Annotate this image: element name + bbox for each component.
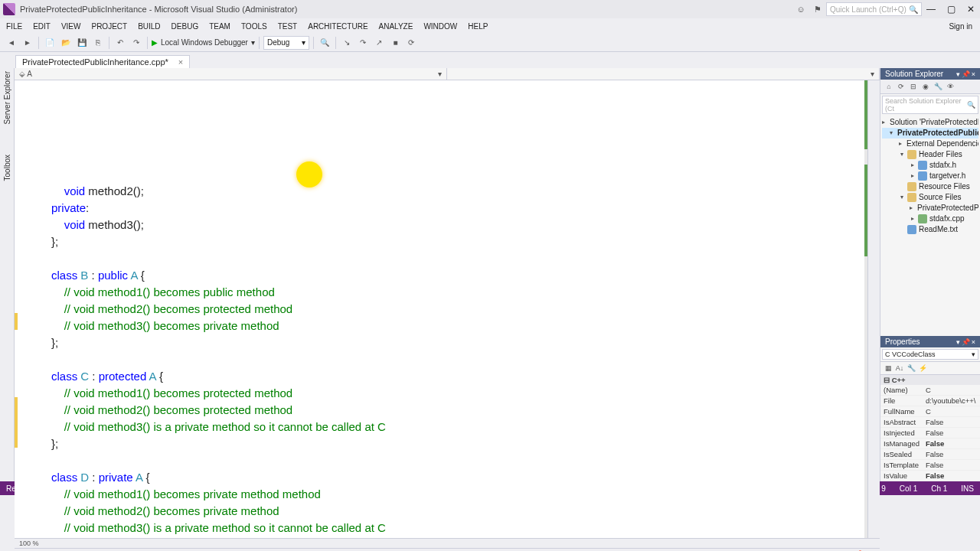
save-button[interactable]: 💾 — [75, 36, 89, 50]
quick-launch-input[interactable]: Quick Launch (Ctrl+Q) 🔍 — [826, 2, 922, 16]
toolbar: ◄ ► 📄 📂 💾 ⎘ ↶ ↷ ▶ Local Windows Debugger… — [0, 34, 980, 52]
step-into-button[interactable]: ↘ — [340, 36, 354, 50]
collapse-icon[interactable]: ⊟ — [908, 81, 919, 92]
panel-dropdown-icon[interactable]: ▾ — [956, 338, 960, 346]
refresh-icon[interactable]: ⟳ — [896, 81, 906, 92]
menu-window[interactable]: WINDOW — [423, 22, 457, 31]
categorized-icon[interactable]: ▦ — [883, 363, 893, 373]
menu-team[interactable]: TEAM — [209, 22, 230, 31]
alpha-icon[interactable]: A↓ — [894, 363, 905, 373]
editor-tab-active[interactable]: PrivateProtectedPublicInheritance.cpp* × — [15, 55, 190, 68]
editor-zoom-bar: 100 % — [15, 538, 880, 548]
vertical-scrollbar[interactable] — [867, 80, 880, 538]
highlight-cursor-icon — [296, 161, 322, 187]
solution-node[interactable]: Solution 'PrivateProtectedIP — [890, 117, 978, 128]
file-node[interactable]: targetver.h — [929, 171, 965, 181]
file-node[interactable]: ReadMe.txt — [919, 224, 958, 235]
chevron-down-icon: ▾ — [302, 38, 305, 47]
left-rail: Server Explorer Toolbox — [0, 68, 15, 481]
properties-title: Properties — [885, 337, 920, 346]
redo-button[interactable]: ↷ — [129, 36, 143, 50]
rail-toolbox[interactable]: Toolbox — [3, 155, 11, 181]
menu-edit[interactable]: EDIT — [33, 22, 51, 31]
file-node[interactable]: stdafx.h — [929, 160, 956, 171]
events-icon[interactable]: ⚡ — [917, 363, 928, 373]
source-files-node[interactable]: Source Files — [919, 192, 962, 203]
code-editor[interactable]: void method2();private: void method3();}… — [15, 80, 880, 538]
panel-close-icon[interactable]: × — [972, 70, 975, 78]
nav-back-button[interactable]: ◄ — [5, 36, 18, 50]
panel-dropdown-icon[interactable]: ▾ — [956, 70, 960, 78]
panel-pin-icon[interactable]: 📌 — [962, 338, 970, 346]
chevron-down-icon: ▾ — [251, 38, 255, 47]
menu-tools[interactable]: TOOLS — [241, 22, 267, 31]
find-button[interactable]: 🔍 — [318, 36, 332, 50]
props-object-select[interactable]: C VCCodeClass▾ — [882, 349, 978, 360]
config-select[interactable]: Debug ▾ — [263, 36, 309, 50]
nav-member-select[interactable]: ▾ — [447, 68, 880, 80]
properties-icon[interactable]: 🔧 — [933, 81, 943, 92]
play-icon: ▶ — [152, 38, 158, 47]
chevron-down-icon: ▾ — [972, 350, 975, 358]
show-all-icon[interactable]: ◉ — [920, 81, 931, 92]
nav-fwd-button[interactable]: ► — [21, 36, 34, 50]
menu-analyze[interactable]: ANALYZE — [379, 22, 413, 31]
maximize-button[interactable]: ▢ — [942, 4, 960, 15]
config-value: Debug — [267, 38, 289, 47]
project-node[interactable]: PrivateProtectedPublic — [897, 128, 978, 139]
home-icon[interactable]: ⌂ — [884, 81, 894, 92]
menu-test[interactable]: TEST — [278, 22, 298, 31]
menubar: FILE EDIT VIEW PROJECT BUILD DEBUG TEAM … — [0, 18, 980, 34]
open-button[interactable]: 📂 — [59, 36, 73, 50]
new-item-button[interactable]: 📄 — [43, 36, 57, 50]
search-icon: 🔍 — [967, 101, 975, 109]
tab-label: PrivateProtectedPublicInheritance.cpp* — [22, 57, 168, 67]
panel-pin-icon[interactable]: 📌 — [962, 70, 970, 78]
menu-build[interactable]: BUILD — [138, 22, 160, 31]
menu-debug[interactable]: DEBUG — [172, 22, 199, 31]
start-debug-button[interactable]: ▶ Local Windows Debugger ▾ — [152, 38, 255, 47]
change-marker — [15, 397, 18, 448]
step-out-button[interactable]: ↗ — [372, 36, 386, 50]
menu-view[interactable]: VIEW — [61, 22, 81, 31]
status-col: Col 1 — [900, 484, 917, 493]
menu-architecture[interactable]: ARCHITECTURE — [308, 22, 368, 31]
close-button[interactable]: ✕ — [962, 4, 980, 15]
preview-icon[interactable]: 👁 — [945, 81, 956, 92]
save-all-button[interactable]: ⎘ — [91, 36, 105, 50]
file-node[interactable]: PrivateProtectedP — [917, 203, 978, 214]
menu-help[interactable]: HELP — [468, 22, 488, 31]
menu-project[interactable]: PROJECT — [91, 22, 127, 31]
restart-button[interactable]: ⟳ — [404, 36, 418, 50]
sign-in-link[interactable]: Sign in — [949, 22, 972, 31]
right-change-margin — [864, 80, 867, 538]
menu-file[interactable]: FILE — [6, 22, 22, 31]
undo-button[interactable]: ↶ — [113, 36, 127, 50]
step-over-button[interactable]: ↷ — [356, 36, 370, 50]
properties-grid[interactable]: ⊟ C++ (Name)CFiled:\youtube\c++\FullName… — [880, 375, 980, 481]
resource-files-node[interactable]: Resource Files — [919, 181, 970, 192]
window-title: PrivateProtectedPublicInheritance - Micr… — [20, 5, 792, 14]
editor-navbar: ⬙ A▾ ▾ — [15, 68, 880, 80]
notification-icon[interactable]: ⚑ — [812, 3, 824, 15]
stop-button[interactable]: ■ — [388, 36, 402, 50]
tab-close-icon[interactable]: × — [178, 57, 183, 67]
minimize-button[interactable]: — — [922, 4, 940, 15]
solution-explorer-title: Solution Explorer — [885, 70, 943, 78]
code-area[interactable]: void method2();private: void method3();}… — [36, 80, 867, 538]
quick-launch-placeholder: Quick Launch (Ctrl+Q) — [830, 5, 906, 14]
nav-scope-select[interactable]: ⬙ A▾ — [15, 68, 447, 80]
zoom-value[interactable]: 100 % — [19, 540, 39, 547]
solexp-search-input[interactable]: Search Solution Explorer (Ct 🔍 — [882, 96, 978, 114]
chevron-down-icon: ▾ — [871, 70, 874, 78]
props-icon[interactable]: 🔧 — [906, 363, 916, 373]
solution-tree[interactable]: ▸Solution 'PrivateProtectedIP ▾PrivatePr… — [880, 116, 980, 240]
panel-close-icon[interactable]: × — [972, 338, 975, 346]
header-files-node[interactable]: Header Files — [919, 149, 962, 160]
feedback-icon[interactable]: ☺ — [795, 3, 807, 15]
editor-tabstrip: PrivateProtectedPublicInheritance.cpp* × — [0, 52, 980, 68]
file-node[interactable]: stdafx.cpp — [929, 214, 965, 224]
rail-server-explorer[interactable]: Server Explorer — [3, 71, 11, 124]
external-deps-node[interactable]: External Dependencie — [906, 139, 978, 149]
output-panel-header: Output ▾ 📌 × — [15, 548, 880, 551]
